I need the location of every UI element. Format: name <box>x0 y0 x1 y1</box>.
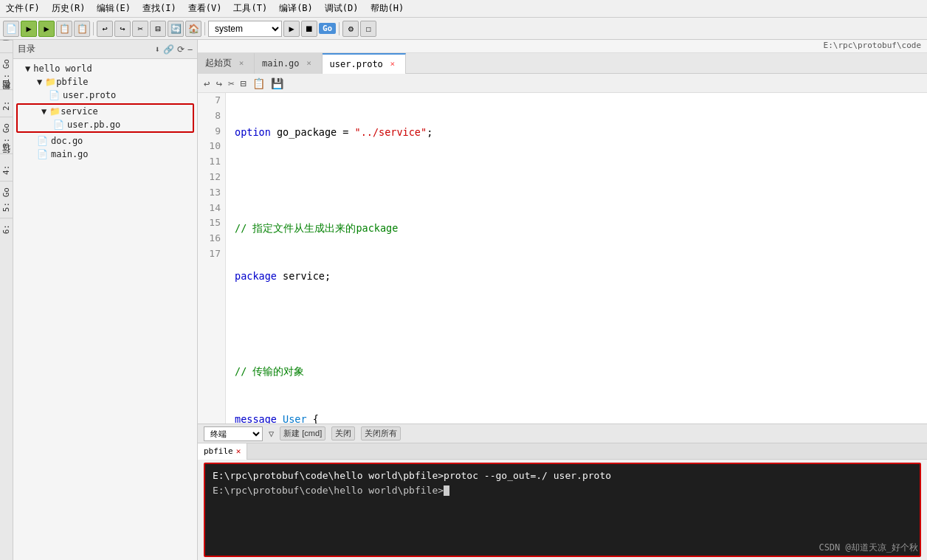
code-content[interactable]: option go_package = "../service"; // 指定文… <box>226 93 927 424</box>
editor-save-btn[interactable]: 💾 <box>269 77 285 89</box>
sep3 <box>339 22 340 35</box>
tree-icon-filter[interactable]: ⬇ <box>155 44 160 55</box>
tab-maingo-close[interactable]: × <box>304 58 314 69</box>
system-select[interactable]: system <box>208 21 282 37</box>
tb-copy[interactable]: 📋 <box>56 21 72 37</box>
tab-userproto-label: user.proto <box>330 59 383 69</box>
terminal-bar: 终端 ▽ 新建 [cmd] 关闭 关闭所有 <box>198 424 927 443</box>
editor-paste-btn[interactable]: 📋 <box>251 77 266 89</box>
ln-16: 16 <box>202 231 221 246</box>
editor-undo-btn[interactable]: ↩ <box>202 77 211 89</box>
menubar: 文件(F) 历史(R) 编辑(E) 查找(I) 查看(V) 工具(T) 编译(B… <box>0 0 927 18</box>
tb-paste[interactable]: 📋 <box>74 21 90 37</box>
side-tab-7[interactable]: 6: <box>0 218 13 240</box>
tb-scissors2[interactable]: ⊟ <box>150 21 166 37</box>
menu-debug[interactable]: 调试(D) <box>322 2 362 15</box>
terminal-closeall-btn[interactable]: 关闭所有 <box>361 426 401 440</box>
terminal-line-1: E:\rpc\protobuf\code\hello world\pbfile>… <box>213 469 912 483</box>
file-icon: 📄 <box>49 90 60 100</box>
tab-bar: 起始页 × main.go × user.proto × <box>198 53 927 74</box>
tree-icon-link[interactable]: 🔗 <box>163 44 174 55</box>
menu-history[interactable]: 历史(R) <box>49 2 89 15</box>
file-main-icon: 📄 <box>37 149 48 159</box>
tree-item-pbfile[interactable]: ▼ 📁 pbfile <box>13 75 197 89</box>
tab-startpage[interactable]: 起始页 × <box>198 53 255 74</box>
tab-maingo[interactable]: main.go × <box>255 53 323 74</box>
side-tab-3[interactable]: 2: 图标 <box>0 89 13 117</box>
sep1 <box>93 22 94 35</box>
tb-gear[interactable]: ⚙ <box>342 21 359 37</box>
tab-userproto-close[interactable]: × <box>387 59 398 69</box>
tb-open[interactable]: ▶ <box>21 21 37 37</box>
tb-home[interactable]: 🏠 <box>185 21 201 37</box>
tree-maingo-label: main.go <box>51 149 89 159</box>
terminal-tab-close[interactable]: ✕ <box>236 446 241 456</box>
terminal-tabs: pbfile ✕ <box>198 443 927 460</box>
tree-header-icons: ⬇ 🔗 ⟳ − <box>155 44 193 55</box>
tb-run[interactable]: ▶ <box>283 21 300 37</box>
tree-item-root[interactable]: ▼ hello world <box>13 62 197 75</box>
tree-pbfile-label: pbfile <box>56 77 88 87</box>
tab-userproto[interactable]: user.proto × <box>323 53 406 74</box>
line-numbers: 7 8 9 10 11 12 13 14 15 16 17 <box>198 93 226 424</box>
tree-item-docgo[interactable]: 📄 doc.go <box>13 134 197 148</box>
side-tab-5[interactable]: 4: 运行 <box>0 153 13 181</box>
tree-item-service[interactable]: ▼ 📁 service <box>18 105 193 118</box>
tree-docgo-label: doc.go <box>51 136 83 146</box>
tb-undo[interactable]: ↩ <box>97 21 113 37</box>
terminal-close-btn[interactable]: 关闭 <box>331 426 355 440</box>
folder-arrow-open-icon: ▼ <box>41 106 46 117</box>
menu-compile[interactable]: 编译(B) <box>276 2 316 15</box>
tb-save[interactable]: ▶ <box>38 21 55 37</box>
tree-item-userproto[interactable]: 📄 user.proto <box>13 89 197 102</box>
menu-file[interactable]: 文件(F) <box>3 2 43 15</box>
ln-9: 9 <box>202 124 221 139</box>
tb-refresh[interactable]: 🔄 <box>168 21 184 37</box>
file-tree-panel: 目录 ⬇ 🔗 ⟳ − ▼ hello world ▼ 📁 pbfile <box>13 40 198 560</box>
side-tabs: 项目树 1: Go 2: 图标 3: Go 4: 运行 5: Go 6: <box>0 40 13 560</box>
side-tab-2[interactable]: 1: Go <box>0 52 13 89</box>
code-line-13: message User { <box>235 412 918 424</box>
tb-new[interactable]: 📄 <box>3 21 19 37</box>
terminal-filter-icon[interactable]: ▽ <box>269 429 274 439</box>
terminal-new-btn[interactable]: 新建 [cmd] <box>280 426 325 440</box>
service-highlight-box: ▼ 📁 service 📄 user.pb.go <box>16 103 194 133</box>
tree-item-maingo[interactable]: 📄 main.go <box>13 148 197 161</box>
side-tab-4[interactable]: 3: Go <box>0 117 13 153</box>
editor-copy-btn[interactable]: ⊟ <box>238 77 247 89</box>
tb-redo[interactable]: ↪ <box>114 21 131 37</box>
editor-area: E:\rpc\protobuf\code 起始页 × main.go × use… <box>198 40 927 560</box>
side-tab-6[interactable]: 5: Go <box>0 181 13 218</box>
terminal-type-select[interactable]: 终端 <box>204 426 263 441</box>
tree-service-label: service <box>61 106 98 117</box>
code-line-10: package service; <box>235 269 918 285</box>
menu-tools[interactable]: 工具(T) <box>230 2 270 15</box>
terminal-tab-pbfile[interactable]: pbfile ✕ <box>198 443 247 460</box>
editor-cut-btn[interactable]: ✂ <box>227 77 235 89</box>
menu-edit[interactable]: 编辑(E) <box>94 2 134 15</box>
ln-8: 8 <box>202 108 221 124</box>
tree-icon-sync[interactable]: ⟳ <box>177 44 185 55</box>
tb-gear2[interactable]: ☐ <box>360 21 376 37</box>
arrow-down-icon: ▼ <box>25 63 30 74</box>
tab-maingo-label: main.go <box>262 58 300 69</box>
tb-stop[interactable]: ⏹ <box>301 21 317 37</box>
code-line-8 <box>235 173 918 189</box>
tree-icon-minus[interactable]: − <box>187 44 193 55</box>
tab-startpage-close[interactable]: × <box>236 58 247 69</box>
terminal-content[interactable]: E:\rpc\protobuf\code\hello world\pbfile>… <box>204 463 921 557</box>
file-doc-icon: 📄 <box>37 136 48 146</box>
tb-cut[interactable]: ✂ <box>132 21 148 37</box>
menu-view[interactable]: 查看(V) <box>185 2 225 15</box>
menu-find[interactable]: 查找(I) <box>139 2 179 15</box>
tree-item-userpbgo[interactable]: 📄 user.pb.go <box>18 118 193 131</box>
toolbar: 📄 ▶ ▶ 📋 📋 ↩ ↪ ✂ ⊟ 🔄 🏠 system ▶ ⏹ Go ⚙ ☐ <box>0 18 927 40</box>
side-tab-1[interactable]: 项目树 <box>0 40 13 52</box>
editor-redo-btn[interactable]: ↪ <box>214 77 223 89</box>
path-bar: E:\rpc\protobuf\code <box>198 40 927 53</box>
code-editor[interactable]: 7 8 9 10 11 12 13 14 15 16 17 option go_… <box>198 93 927 424</box>
menu-help[interactable]: 帮助(H) <box>368 2 407 15</box>
terminal-tab-label: pbfile <box>204 446 233 456</box>
file-pb-icon: 📄 <box>53 120 64 130</box>
ln-12: 12 <box>202 170 221 185</box>
